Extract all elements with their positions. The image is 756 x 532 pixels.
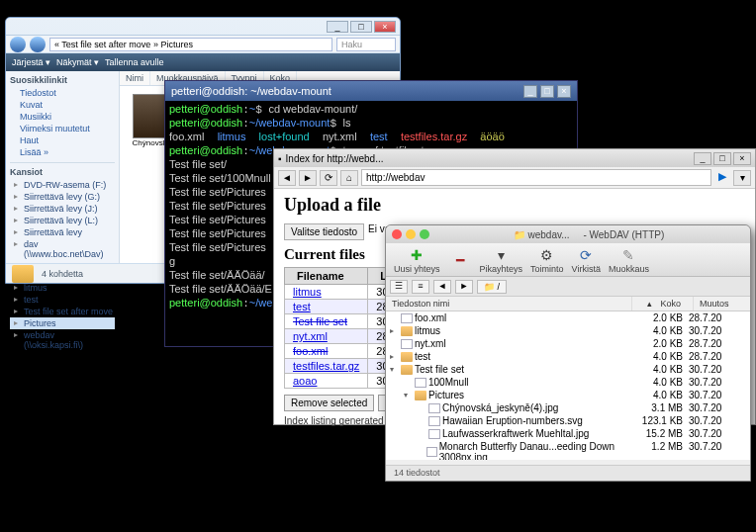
folder-tree-item[interactable]: Siirrettävä levy — [10, 226, 115, 238]
explorer-toolbar: Järjestä ▾ Näkymät ▾ Tallenna avulle — [6, 53, 400, 71]
list-item[interactable]: foo.xml2.0 KB28.7.20 — [386, 311, 750, 324]
maximize-button[interactable]: □ — [713, 152, 731, 165]
maximize-button[interactable]: □ — [540, 85, 554, 98]
list-item[interactable]: nyt.xml2.0 KB28.7.20 — [386, 337, 750, 350]
view-icon-button[interactable]: ☰ — [390, 280, 408, 294]
favorite-link[interactable]: Musiikki — [10, 111, 115, 123]
folder-tree-item[interactable]: dav (\\www.boc.net\Dav) — [10, 238, 115, 260]
breadcrumb-root[interactable]: 📁 / — [477, 280, 507, 294]
minimize-button[interactable] — [406, 229, 416, 239]
explorer-address-bar: « Test file set after move » Pictures Ha… — [6, 36, 400, 53]
list-item[interactable]: ▾Test file set4.0 KB30.7.20 — [386, 363, 750, 376]
favorite-link[interactable]: Viimeksi muutetut — [10, 123, 115, 134]
edit-button[interactable]: ✎ Muokkaus — [609, 246, 649, 274]
col-name[interactable]: Tiedoston nimi — [386, 297, 631, 310]
remove-selected-button[interactable]: Remove selected — [284, 395, 374, 411]
file-link[interactable]: testfiles.tar.gz — [293, 360, 359, 372]
col-size[interactable]: ▴ Koko — [631, 297, 693, 310]
file-list[interactable]: foo.xml2.0 KB28.7.20▸litmus4.0 KB30.7.20… — [386, 311, 750, 460]
col-name[interactable]: Nimi — [120, 71, 150, 85]
file-link[interactable]: nyt.xml — [293, 330, 328, 342]
file-icon — [428, 403, 440, 413]
file-size: 4.0 KB — [627, 325, 689, 336]
minimize-button[interactable]: _ — [694, 152, 711, 165]
favorite-link[interactable]: Tiedostot — [10, 87, 115, 99]
favorite-link[interactable]: Haut — [10, 134, 115, 146]
forward-button[interactable]: ► — [299, 170, 317, 186]
folders-header: Kansiot — [10, 167, 115, 177]
list-item[interactable]: Chýnovská_jeskyně(4).jpg3.1 MB30.7.20 — [386, 401, 750, 414]
disclosure-triangle[interactable]: ▸ — [390, 326, 399, 335]
folder-tree-item[interactable]: Test file set after move — [10, 306, 115, 317]
menu-button[interactable]: ▾ — [733, 170, 751, 186]
close-button[interactable]: × — [733, 152, 751, 165]
explorer-titlebar[interactable]: _ □ × — [6, 18, 400, 36]
go-button[interactable]: ▶ — [714, 170, 730, 186]
folder-tree-item[interactable]: litmus — [10, 282, 115, 294]
folder-tree-item[interactable]: test — [10, 294, 115, 306]
disclosure-triangle[interactable]: ▸ — [390, 352, 399, 361]
folder-tree-item[interactable]: Pictures — [10, 317, 115, 329]
list-item[interactable]: ▸test4.0 KB28.7.20 — [386, 350, 750, 363]
forward-button[interactable] — [30, 37, 46, 52]
url-field[interactable]: http://webdav — [361, 169, 711, 186]
file-name: litmus — [415, 325, 440, 336]
col-modified[interactable]: Muutos — [693, 297, 750, 310]
folder-tree-item[interactable]: Siirrettävä levy (J:) — [10, 203, 115, 215]
folder-tree-item[interactable]: DVD-RW-asema (F:) — [10, 179, 115, 191]
reload-button[interactable]: ⟳ — [320, 170, 337, 186]
path-field[interactable]: « Test file set after move » Pictures — [49, 38, 332, 51]
view-list-button[interactable]: ≡ — [412, 280, 429, 294]
file-link[interactable]: litmus — [293, 286, 322, 298]
minimize-button[interactable]: _ — [327, 21, 348, 33]
folder-tree-item[interactable]: Siirrettävä levy (G:) — [10, 191, 115, 203]
file-date: 30.7.20 — [689, 402, 746, 413]
browser-titlebar[interactable]: ▪ Index for http://webd... _ □ × — [274, 149, 755, 167]
nav-back-button[interactable]: ◄ — [433, 280, 451, 294]
organize-menu[interactable]: Järjestä ▾ — [12, 57, 50, 67]
terminal-titlebar[interactable]: petteri@oddish: ~/webdav-mount _ □ × — [165, 81, 577, 101]
save-menu[interactable]: Tallenna avulle — [105, 57, 164, 67]
browser-controls: _ □ × — [694, 152, 751, 165]
list-item[interactable]: Monarch Butterfly Danau...eeding Down 30… — [386, 440, 750, 460]
list-item[interactable]: 100Mnull4.0 KB30.7.20 — [386, 376, 750, 389]
maximize-button[interactable] — [420, 229, 429, 239]
disclosure-triangle[interactable]: ▾ — [404, 391, 413, 399]
quick-button[interactable]: ▾ Pikayhteys — [480, 246, 523, 274]
folder-tree-item[interactable]: webdav (\\oksi.kapsi.fi\) — [10, 329, 115, 351]
disclosure-triangle[interactable]: ▾ — [390, 365, 399, 374]
column-headers[interactable]: Tiedoston nimi ▴ Koko Muutos — [386, 297, 750, 311]
favorite-link[interactable]: Kuvat — [10, 99, 115, 111]
close-button[interactable]: × — [374, 21, 396, 33]
back-button[interactable]: ◄ — [278, 170, 296, 186]
search-field[interactable]: Haku — [336, 38, 396, 51]
list-item[interactable]: Hawaiian Eruption-numbers.svg123.1 KB30.… — [386, 414, 750, 427]
file-link[interactable]: foo.xml — [293, 345, 328, 357]
nautilus-titlebar[interactable]: 📁 webdav... - WebDAV (HTTP) — [386, 225, 750, 243]
nautilus-window: 📁 webdav... - WebDAV (HTTP) ✚ Uusi yhtey… — [385, 224, 751, 482]
back-button[interactable] — [10, 37, 26, 52]
folder-tree-item[interactable]: Siirrettävä levy (L:) — [10, 215, 115, 226]
file-link[interactable]: aoao — [293, 375, 317, 387]
favorite-link[interactable]: Lisää » — [10, 146, 115, 158]
file-link[interactable]: test — [293, 301, 311, 312]
maximize-button[interactable]: □ — [350, 21, 372, 33]
choose-file-button[interactable]: Valitse tiedosto — [284, 223, 364, 240]
list-item[interactable]: Laufwasserkraftwerk Muehltal.jpg15.2 MB3… — [386, 427, 750, 440]
views-menu[interactable]: Näkymät ▾ — [56, 57, 99, 67]
list-item[interactable]: ▾Pictures4.0 KB30.7.20 — [386, 389, 750, 401]
home-button[interactable]: ⌂ — [340, 170, 358, 186]
close-button[interactable]: × — [557, 85, 571, 98]
minimize-button[interactable]: _ — [523, 85, 537, 98]
file-name: 100Mnull — [428, 377, 469, 388]
close-button[interactable] — [392, 229, 402, 239]
th-filename[interactable]: Filename — [285, 268, 368, 285]
file-link[interactable]: Test file set — [293, 315, 347, 327]
nav-fwd-button[interactable]: ► — [455, 280, 473, 294]
list-item[interactable]: ▸litmus4.0 KB30.7.20 — [386, 324, 750, 337]
new-connection-button[interactable]: ✚ Uusi yhteys — [394, 246, 440, 274]
refresh-button[interactable]: ⟳ Virkistä — [572, 246, 601, 274]
disconnect-button[interactable]: ━ — [448, 251, 472, 269]
title-right: - WebDAV (HTTP) — [583, 229, 664, 240]
action-button[interactable]: ⚙ Toiminto — [530, 246, 564, 274]
